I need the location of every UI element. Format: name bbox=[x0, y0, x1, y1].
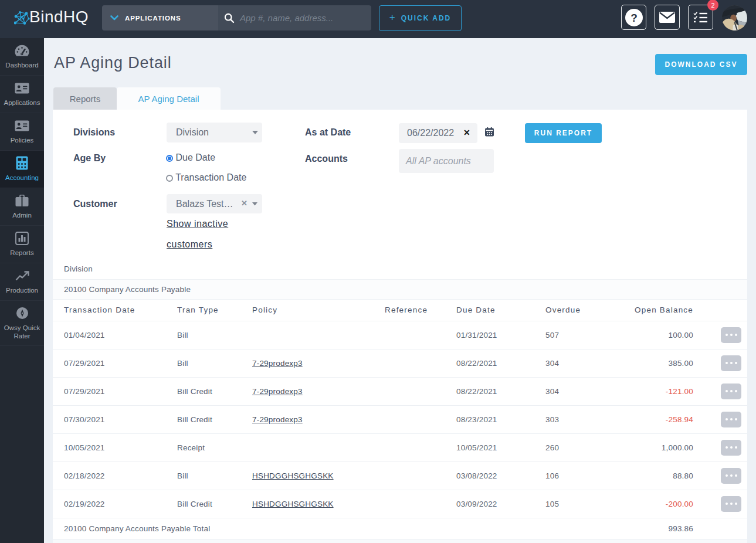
svg-text:?: ? bbox=[630, 11, 638, 23]
